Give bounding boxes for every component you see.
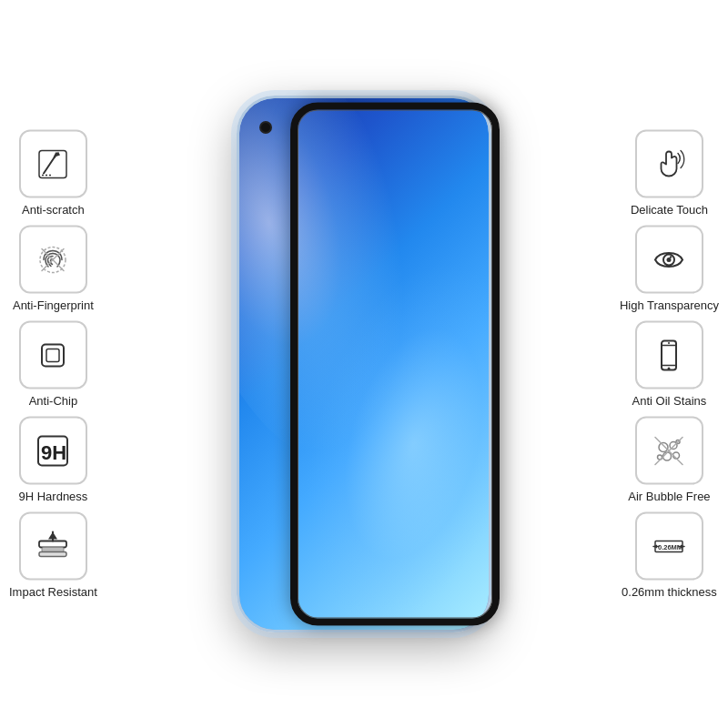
anti-scratch-label: Anti-scratch (22, 203, 85, 217)
feature-impact-resistant: Impact Resistant (9, 512, 97, 599)
phone-wrapper (191, 55, 537, 673)
9h-icon: 9H (35, 432, 71, 469)
svg-text:0.26MM: 0.26MM (658, 542, 682, 551)
scratch-icon (35, 146, 71, 182)
feature-thickness: 0.26MM 0.26mm thickness (622, 512, 717, 599)
9h-hardness-label: 9H Hardness (18, 490, 87, 503)
svg-point-25 (659, 442, 668, 451)
impact-icon (35, 528, 71, 564)
svg-text:9H: 9H (41, 440, 66, 463)
camera-hole (259, 121, 272, 134)
impact-resistant-label: Impact Resistant (9, 585, 97, 599)
anti-scratch-icon-box (19, 130, 87, 198)
anti-oil-stains-icon-box (635, 321, 703, 389)
anti-chip-label: Anti-Chip (29, 394, 77, 408)
anti-fingerprint-icon-box (19, 226, 87, 294)
thickness-icon-box: 0.26MM (635, 512, 703, 581)
svg-point-18 (667, 258, 672, 262)
feature-anti-fingerprint: Anti-Fingerprint (13, 226, 94, 312)
features-right-column: Delicate Touch High Transparency (620, 130, 719, 599)
feature-air-bubble-free: Air Bubble Free (628, 417, 710, 503)
air-bubble-free-icon-box (635, 417, 703, 485)
svg-point-24 (668, 342, 670, 344)
svg-rect-8 (42, 344, 64, 366)
feature-high-transparency: High Transparency (620, 226, 719, 312)
touch-icon (651, 146, 687, 182)
anti-chip-icon-box (19, 321, 87, 389)
tempered-glass (290, 103, 500, 626)
feature-9h-hardness: 9H 9H Hardness (18, 417, 87, 503)
phone-small-icon (651, 337, 687, 373)
air-bubble-free-label: Air Bubble Free (628, 490, 710, 503)
high-transparency-label: High Transparency (620, 298, 719, 312)
anti-fingerprint-label: Anti-Fingerprint (13, 298, 94, 312)
eye-icon (651, 241, 687, 278)
chip-icon (35, 337, 71, 373)
svg-rect-12 (39, 541, 66, 547)
feature-anti-oil-stains: Anti Oil Stains (632, 321, 707, 408)
svg-rect-9 (46, 349, 59, 361)
svg-rect-14 (39, 551, 66, 556)
bubbles-icon (651, 432, 687, 469)
features-left-column: Anti-scratch Anti-Fingerp (9, 130, 97, 599)
svg-point-23 (668, 367, 671, 369)
feature-anti-chip: Anti-Chip (19, 321, 87, 408)
main-container: Anti-scratch Anti-Fingerp (0, 0, 728, 728)
9h-hardness-icon-box: 9H (19, 417, 87, 485)
impact-resistant-icon-box (19, 512, 87, 581)
anti-oil-stains-label: Anti Oil Stains (632, 394, 707, 408)
fingerprint-icon (35, 241, 71, 278)
feature-anti-scratch: Anti-scratch (19, 130, 87, 217)
svg-line-1 (44, 157, 55, 173)
high-transparency-icon-box (635, 226, 703, 294)
svg-point-19 (670, 256, 672, 258)
thickness-icon: 0.26MM (651, 528, 687, 564)
delicate-touch-label: Delicate Touch (631, 203, 708, 217)
delicate-touch-icon-box (635, 130, 703, 198)
feature-delicate-touch: Delicate Touch (631, 130, 708, 217)
svg-marker-16 (48, 531, 57, 539)
thickness-label: 0.26mm thickness (622, 585, 717, 599)
